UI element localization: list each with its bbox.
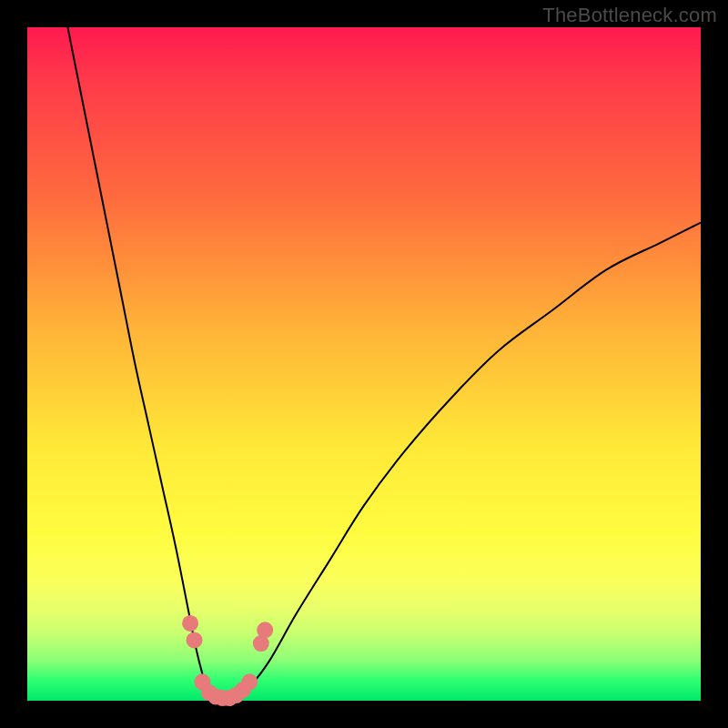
data-marker: [241, 673, 258, 690]
data-marker: [187, 632, 203, 648]
plot-area: [27, 27, 701, 701]
watermark-label: TheBottleneck.com: [542, 4, 717, 27]
marker-group: [182, 615, 273, 706]
curve-right: [236, 223, 701, 701]
data-marker: [257, 622, 273, 638]
curve-left: [67, 27, 216, 701]
data-marker: [182, 615, 198, 632]
chart-frame: TheBottleneck.com: [0, 0, 728, 728]
curve-layer: [27, 27, 701, 701]
